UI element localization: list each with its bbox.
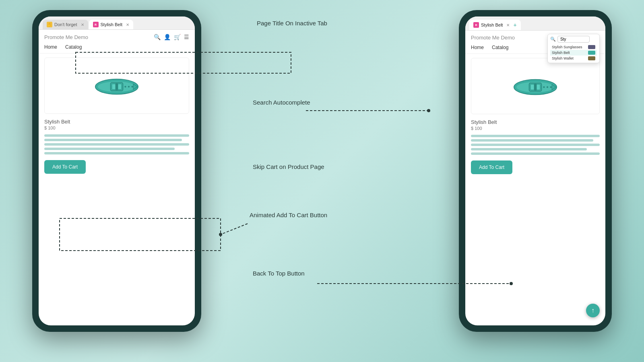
tab-close-dont-forget[interactable]: ✕	[81, 23, 84, 27]
search-autocomplete-dropdown: 🔍 Stylish Sunglasses Stylish Belt Stylis…	[547, 34, 600, 63]
desc-line-4	[44, 148, 175, 150]
svg-line-20	[221, 224, 248, 234]
search-result-wallet[interactable]: Stylish Wallet	[550, 56, 597, 61]
tab-label-stylish-belt: Stylish Belt	[101, 22, 122, 27]
left-product-image	[44, 58, 189, 114]
svg-point-5	[124, 86, 126, 87]
right-site-logo: Promote Me Demo	[471, 35, 515, 41]
left-phone-screen: 🖐 Don't forget ✕ R Stylish Belt ✕ Promot…	[39, 16, 195, 325]
desc-line-2	[44, 139, 182, 141]
right-phone-screen: R Stylish Belt ✕ + Promote Me Demo 🔍 Sty…	[465, 16, 605, 325]
svg-point-18	[427, 109, 430, 112]
search-result-label-wallet: Stylish Wallet	[552, 56, 574, 60]
search-icon[interactable]: 🔍	[154, 34, 161, 40]
tab-label-dont-forget: Don't forget	[54, 22, 77, 27]
left-site-header: Promote Me Demo 🔍 👤 🛒 ☰	[39, 30, 195, 43]
left-phone: 🖐 Don't forget ✕ R Stylish Belt ✕ Promot…	[32, 10, 201, 332]
right-desc-line-1	[471, 135, 600, 137]
right-add-to-cart-button[interactable]: Add To Cart	[471, 160, 512, 174]
right-tab-add[interactable]: +	[513, 22, 516, 28]
left-add-to-cart-button[interactable]: Add To Cart	[44, 160, 86, 174]
tab-close-stylish-belt[interactable]: ✕	[126, 23, 129, 27]
left-product-price: $ 100	[44, 125, 189, 130]
menu-icon[interactable]: ☰	[184, 34, 189, 40]
sunglasses-icon	[588, 45, 595, 49]
right-desc-line-5	[471, 152, 600, 155]
svg-point-21	[219, 233, 222, 236]
back-to-top-icon: ↑	[591, 307, 594, 314]
right-product-name: Stylish Belt	[471, 119, 600, 125]
right-nav-home[interactable]: Home	[471, 45, 484, 50]
right-belt-illustration	[511, 72, 559, 100]
right-tab-close[interactable]: ✕	[506, 23, 510, 27]
svg-rect-12	[534, 84, 537, 90]
search-result-label-sunglasses: Stylish Sunglasses	[552, 45, 582, 49]
left-product-name: Stylish Belt	[44, 119, 189, 125]
wallet-icon	[588, 56, 595, 60]
left-site-nav: Home Catalog	[39, 43, 195, 53]
right-site-header: Promote Me Demo 🔍 Stylish Sunglasses Sty…	[465, 31, 605, 43]
right-tab-stylish-belt[interactable]: R Stylish Belt ✕ +	[469, 20, 521, 30]
right-description-lines	[471, 135, 600, 155]
left-description-lines	[44, 134, 189, 154]
left-browser-chrome: 🖐 Don't forget ✕ R Stylish Belt ✕	[39, 16, 195, 30]
right-tab-icon-brand: R	[473, 22, 479, 28]
search-input-row: 🔍	[550, 36, 597, 43]
back-to-top-label: Back To Top Button	[253, 269, 305, 278]
right-desc-line-2	[471, 139, 593, 142]
tab-stylish-belt[interactable]: R Stylish Belt ✕	[89, 20, 133, 29]
right-tab-label: Stylish Belt	[481, 23, 503, 27]
right-phone: R Stylish Belt ✕ + Promote Me Demo 🔍 Sty…	[459, 10, 612, 332]
nav-home[interactable]: Home	[44, 44, 57, 50]
search-icon-inline: 🔍	[550, 37, 556, 42]
right-nav-catalog[interactable]: Catalog	[492, 45, 508, 50]
skip-cart-label: Skip Cart on Product Page	[253, 163, 324, 171]
back-to-top-button[interactable]: ↑	[586, 304, 600, 317]
right-desc-line-4	[471, 148, 587, 150]
cart-icon[interactable]: 🛒	[174, 34, 181, 40]
svg-point-14	[547, 86, 548, 88]
desc-line-5	[44, 152, 189, 154]
left-site-logo: Promote Me Demo	[44, 34, 88, 40]
svg-rect-4	[116, 83, 118, 90]
search-result-label-belt: Stylish Belt	[552, 51, 570, 55]
right-desc-line-3	[471, 144, 600, 146]
svg-point-15	[550, 86, 551, 88]
right-product-page: Stylish Belt $ 100 Add To Cart	[465, 54, 605, 178]
tab-dont-forget[interactable]: 🖐 Don't forget ✕	[43, 20, 88, 29]
page-title-label: Page Title On Inactive Tab	[257, 19, 327, 27]
svg-point-13	[543, 86, 545, 88]
right-browser-chrome: R Stylish Belt ✕ +	[465, 16, 605, 31]
desc-line-1	[44, 134, 189, 137]
right-tabs-row: R Stylish Belt ✕ +	[469, 20, 601, 30]
left-header-icons: 🔍 👤 🛒 ☰	[154, 34, 189, 40]
tab-icon-emoji: 🖐	[47, 22, 52, 27]
desc-line-3	[44, 143, 189, 146]
tab-icon-brand: R	[93, 22, 99, 27]
right-product-image	[471, 58, 600, 114]
search-input[interactable]	[557, 36, 590, 43]
user-icon[interactable]: 👤	[164, 34, 171, 40]
svg-point-6	[128, 86, 130, 87]
nav-catalog[interactable]: Catalog	[65, 44, 82, 50]
belt-illustration	[93, 72, 141, 100]
search-result-belt[interactable]: Stylish Belt	[550, 50, 597, 56]
search-result-sunglasses[interactable]: Stylish Sunglasses	[550, 44, 597, 50]
search-autocomplete-label: Search Autocomplete	[253, 99, 310, 107]
right-product-price: $ 100	[471, 126, 600, 131]
tabs-row: 🖐 Don't forget ✕ R Stylish Belt ✕	[43, 20, 191, 29]
svg-point-7	[131, 86, 133, 87]
belt-icon	[588, 51, 595, 55]
left-product-page: Stylish Belt $ 100 Add To Cart	[39, 53, 195, 178]
animated-add-label: Animated Add To Cart Button	[250, 211, 327, 219]
